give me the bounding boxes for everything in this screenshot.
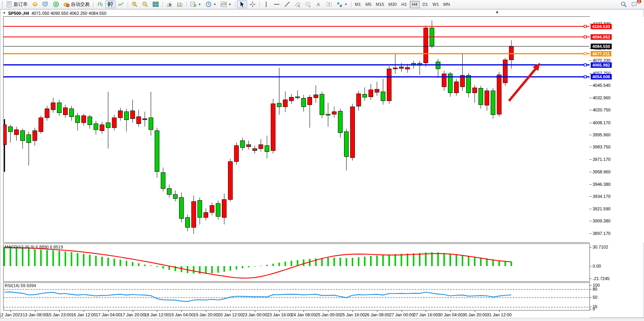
- date-label: 26 Jan 08:00: [365, 312, 390, 317]
- cursor-tool-button[interactable]: [237, 0, 247, 8]
- chat-button[interactable]: 1: [629, 0, 639, 8]
- arrows-tool-button[interactable]: ▼: [335, 0, 349, 8]
- tf-mn-button[interactable]: MN: [441, 1, 452, 8]
- tile-windows-button[interactable]: [151, 0, 161, 8]
- arrow-shapes-icon: [337, 1, 343, 7]
- oneclick-collapse-icon[interactable]: ▼: [495, 11, 499, 14]
- date-label: 16 Jan 12:00: [71, 312, 96, 317]
- charts-profile-button[interactable]: [40, 0, 51, 8]
- svg-text:A: A: [317, 2, 320, 7]
- chevron-down-icon: ▼: [213, 3, 216, 6]
- macd-canvas[interactable]: [4, 244, 590, 281]
- new-order-label: 新订单: [14, 1, 28, 8]
- gold-book-icon: [32, 1, 38, 7]
- vertical-line-tool-button[interactable]: [261, 0, 271, 8]
- tf-h4-button[interactable]: H4: [410, 1, 420, 8]
- rsi-canvas[interactable]: [4, 283, 590, 310]
- date-label: 13 Jan 08:00: [23, 312, 47, 317]
- candlestick-chart-icon: [107, 1, 114, 7]
- fibonacci-icon: F: [305, 1, 311, 7]
- tf-w1-button[interactable]: W1: [431, 1, 441, 8]
- text-label-tool-button[interactable]: T: [324, 0, 334, 8]
- svg-text:T: T: [328, 3, 330, 7]
- search-button[interactable]: [619, 0, 629, 8]
- line-chart-type-button[interactable]: [116, 0, 126, 8]
- crosshair-tool-button[interactable]: [247, 0, 258, 8]
- date-axis[interactable]: 12 Jan 202313 Jan 08:0015 Jan 23:0016 Ja…: [4, 310, 590, 318]
- date-label: 19 Jan 04:00: [169, 312, 194, 317]
- line-chart-icon: [118, 1, 124, 7]
- toolbar-grip[interactable]: [2, 1, 3, 7]
- new-order-button[interactable]: 新订单: [4, 0, 30, 8]
- price-level-label: 4077.211: [591, 51, 611, 56]
- price-tick: 3983.750: [590, 145, 611, 149]
- price-tick: 4020.750: [590, 108, 611, 112]
- zoom-in-icon: [132, 1, 138, 7]
- bar-chart-type-button[interactable]: [95, 0, 105, 8]
- horizontal-line-icon: [274, 1, 280, 7]
- auto-scroll-button[interactable]: [164, 0, 174, 8]
- auto-trading-icon: [63, 1, 70, 7]
- macd-label: MACD(12,26,9) 6.8890 6.8519: [5, 245, 63, 249]
- new-chart-icon: [190, 1, 197, 7]
- tf-m15-button[interactable]: M15: [374, 1, 386, 8]
- horizontal-line-tool-button[interactable]: [272, 0, 282, 8]
- price-tick: 3971.170: [590, 157, 611, 162]
- tf-m30-button[interactable]: M30: [386, 1, 398, 8]
- chevron-down-icon: ▼: [198, 3, 201, 6]
- tf-m1-button[interactable]: M1: [353, 1, 363, 8]
- trendline-tool-button[interactable]: [282, 0, 292, 8]
- date-label: 17 Jan 20:00: [120, 312, 145, 317]
- trend-arrow: [509, 69, 536, 101]
- zoom-in-button[interactable]: [130, 0, 140, 8]
- price-level-label: 4054.006: [591, 74, 612, 79]
- window-bottom-strip: [0, 318, 644, 321]
- auto-trading-button[interactable]: 自动交易: [61, 0, 91, 8]
- price-tick: 4008.170: [590, 120, 611, 125]
- candlestick-chart-type-button[interactable]: [105, 0, 116, 8]
- rsi-panel-frame: RSI(14) 59.9394: [3, 282, 590, 310]
- chart-shift-button[interactable]: [175, 0, 185, 8]
- equidistant-channel-icon: E: [295, 1, 301, 7]
- tf-d1-button[interactable]: D1: [420, 1, 430, 8]
- date-label: 17 Jan 04:00: [96, 312, 121, 317]
- periods-button[interactable]: ▼: [204, 0, 218, 8]
- date-label: 12 Jan 2023: [0, 312, 22, 317]
- crosshair-icon: [249, 1, 256, 7]
- trendline-icon: [284, 1, 290, 7]
- chart-ohlc-readout: 4071.050 4090.550 4062.250 4084.550: [32, 11, 107, 16]
- new-chart-button[interactable]: ▼: [188, 0, 203, 8]
- svg-text:F: F: [309, 5, 311, 8]
- price-tick: 3921.590: [590, 206, 611, 211]
- text-tool-button[interactable]: A: [314, 0, 324, 8]
- date-label: 23 Jan 16:00: [267, 312, 292, 317]
- price-level-label: 4084.550: [591, 44, 612, 49]
- macd-axis-label: 0.00: [593, 264, 601, 268]
- rsi-label: RSI(14) 59.9394: [5, 283, 36, 288]
- search-icon: [621, 1, 627, 7]
- date-label: 15 Jan 23:00: [47, 312, 72, 317]
- rsi-axis-label: 50: [593, 295, 597, 300]
- channel-tool-button[interactable]: E: [293, 0, 303, 8]
- price-axis[interactable]: 4107.3304095.1204082.5404070.3304057.750…: [590, 17, 644, 243]
- tf-h1-button[interactable]: H1: [399, 1, 409, 8]
- text-label-icon: T: [326, 1, 332, 7]
- date-label: 25 Jan 16:00: [340, 312, 365, 317]
- price-tick: 4045.540: [590, 83, 611, 88]
- price-panel-frame: [3, 16, 590, 243]
- community-button[interactable]: [30, 0, 40, 8]
- tf-m5-button[interactable]: M5: [363, 1, 374, 8]
- date-label: 30 Jan 04:00: [438, 312, 463, 317]
- date-label: 31 Jan 12:00: [487, 312, 512, 317]
- chart-title-bar[interactable]: ▼ SP500-,H4 4071.050 4090.550 4062.250 4…: [0, 10, 644, 16]
- bar-chart-icon: [97, 1, 103, 7]
- zoom-out-button[interactable]: [140, 0, 150, 8]
- vertical-line-icon: [263, 1, 269, 7]
- date-label: 24 Jan 08:00: [291, 312, 316, 317]
- collapse-triangle-icon[interactable]: ▼: [3, 11, 6, 15]
- price-tick: 4032.960: [590, 95, 611, 100]
- indicators-button[interactable]: ▼: [219, 0, 233, 8]
- fibonacci-tool-button[interactable]: F: [303, 0, 313, 8]
- main-chart-canvas[interactable]: [4, 17, 590, 242]
- signals-button[interactable]: [51, 0, 61, 8]
